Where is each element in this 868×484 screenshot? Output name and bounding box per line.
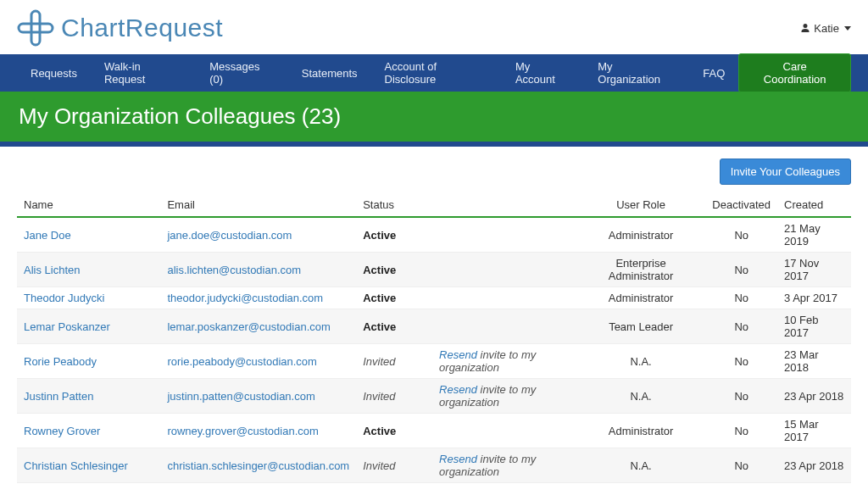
col-header-email[interactable]: Email [160, 193, 356, 217]
col-header-name[interactable]: Name [17, 193, 160, 217]
table-row: Jane Doejane.doe@custodian.comActiveAdmi… [17, 217, 851, 253]
colleague-name-link[interactable]: Rorie Peabody [24, 355, 97, 368]
deactivated-value: No [705, 253, 777, 287]
role-value: N.A. [576, 379, 706, 414]
table-row: Rorie Peabodyrorie.peabody@custodian.com… [17, 344, 851, 379]
main-nav: RequestsWalk-in RequestMessages (0)State… [0, 54, 868, 92]
status-value: Invited [363, 390, 395, 403]
colleague-email-link[interactable]: theodor.judycki@custodian.com [167, 292, 323, 304]
created-value: 23 Mar 2018 [777, 344, 851, 379]
deactivated-value: No [705, 448, 777, 483]
created-value: 23 Apr 2018 [777, 448, 851, 483]
deactivated-value: No [705, 217, 777, 253]
invite-colleagues-button[interactable]: Invite Your Colleagues [720, 159, 851, 185]
nav-item-walk-in-request[interactable]: Walk-in Request [91, 54, 196, 92]
colleague-name-link[interactable]: Alis Lichten [24, 264, 80, 276]
user-icon [800, 23, 810, 33]
caret-down-icon [844, 26, 851, 31]
colleague-email-link[interactable]: rorie.peabody@custodian.com [167, 355, 317, 368]
deactivated-value: No [705, 344, 777, 379]
table-row: Rowney Groverrowney.grover@custodian.com… [17, 414, 851, 448]
created-value: 23 Apr 2018 [777, 379, 851, 414]
page-title-bar: My Organization Colleagues (23) [0, 92, 868, 147]
deactivated-value: No [705, 309, 777, 344]
resend-invite-link[interactable]: Resend [439, 348, 477, 361]
colleague-name-link[interactable]: Rowney Grover [24, 425, 100, 437]
status-value: Active [363, 320, 396, 333]
nav-item-my-account[interactable]: My Account [502, 54, 584, 92]
status-value: Invited [363, 459, 395, 472]
brand-icon [17, 9, 54, 47]
role-value: Administrator [576, 287, 706, 309]
colleague-email-link[interactable]: alis.lichten@custodian.com [167, 264, 301, 276]
content: Invite Your Colleagues Name Email Status… [0, 147, 868, 484]
col-header-status[interactable]: Status [356, 193, 432, 217]
nav-item-messages-0[interactable]: Messages (0) [196, 54, 288, 92]
user-menu[interactable]: Katie [800, 22, 851, 35]
col-header-role[interactable]: User Role [576, 193, 706, 217]
table-row: Lemar Poskanzerlemar.poskanzer@custodian… [17, 309, 851, 344]
role-value: Enterprise Administrator [576, 253, 706, 287]
status-value: Active [363, 292, 396, 304]
col-header-created[interactable]: Created [777, 193, 851, 217]
deactivated-value: No [705, 287, 777, 309]
role-value: Administrator [576, 217, 706, 253]
colleague-email-link[interactable]: lemar.poskanzer@custodian.com [167, 320, 330, 333]
colleagues-table: Name Email Status User Role Deactivated … [17, 193, 851, 484]
svg-rect-0 [31, 11, 40, 45]
brand-name: ChartRequest [61, 14, 223, 42]
user-name: Katie [814, 22, 839, 35]
svg-rect-1 [19, 24, 53, 32]
resend-invite-link[interactable]: Resend [439, 383, 477, 396]
colleague-name-link[interactable]: Christian Schlesinger [24, 459, 128, 472]
status-value: Active [363, 229, 396, 242]
created-value: 3 Apr 2017 [777, 287, 851, 309]
col-header-deactivated[interactable]: Deactivated [705, 193, 777, 217]
role-value: N.A. [576, 344, 706, 379]
colleague-name-link[interactable]: Theodor Judycki [24, 292, 104, 304]
nav-item-faq[interactable]: FAQ [689, 54, 738, 92]
role-value: N.A. [576, 448, 706, 483]
colleague-email-link[interactable]: christian.schlesinger@custodian.com [167, 459, 349, 472]
table-row: Theodor Judyckitheodor.judycki@custodian… [17, 287, 851, 309]
created-value: 10 Feb 2017 [777, 309, 851, 344]
colleague-email-link[interactable]: rowney.grover@custodian.com [167, 425, 318, 437]
role-value: Administrator [576, 414, 706, 448]
table-row: Christian Schlesingerchristian.schlesing… [17, 448, 851, 483]
status-value: Active [363, 264, 396, 276]
table-row: Justinn Pattenjustinn.patten@custodian.c… [17, 379, 851, 414]
page-title: My Organization Colleagues (23) [19, 103, 341, 129]
nav-item-statements[interactable]: Statements [288, 54, 371, 92]
status-value: Active [363, 425, 396, 437]
colleague-name-link[interactable]: Jane Doe [24, 229, 71, 242]
col-header-spacer [432, 193, 576, 217]
created-value: 15 Mar 2017 [777, 414, 851, 448]
topbar: ChartRequest Katie [0, 0, 868, 54]
table-row: Alis Lichtenalis.lichten@custodian.comAc… [17, 253, 851, 287]
nav-item-my-organization[interactable]: My Organization [584, 54, 689, 92]
created-value: 21 May 2019 [777, 217, 851, 253]
role-value: Team Leader [576, 309, 706, 344]
nav-item-account-of-disclosure[interactable]: Account of Disclosure [371, 54, 502, 92]
colleague-name-link[interactable]: Lemar Poskanzer [24, 320, 110, 333]
colleague-email-link[interactable]: justinn.patten@custodian.com [167, 390, 314, 403]
brand-logo[interactable]: ChartRequest [17, 9, 223, 47]
nav-item-requests[interactable]: Requests [17, 54, 91, 92]
care-coordination-button[interactable]: Care Coordination [738, 53, 851, 92]
colleague-email-link[interactable]: jane.doe@custodian.com [167, 229, 292, 242]
deactivated-value: No [705, 379, 777, 414]
deactivated-value: No [705, 414, 777, 448]
status-value: Invited [363, 355, 395, 368]
resend-invite-link[interactable]: Resend [439, 453, 477, 465]
colleague-name-link[interactable]: Justinn Patten [24, 390, 93, 403]
created-value: 17 Nov 2017 [777, 253, 851, 287]
